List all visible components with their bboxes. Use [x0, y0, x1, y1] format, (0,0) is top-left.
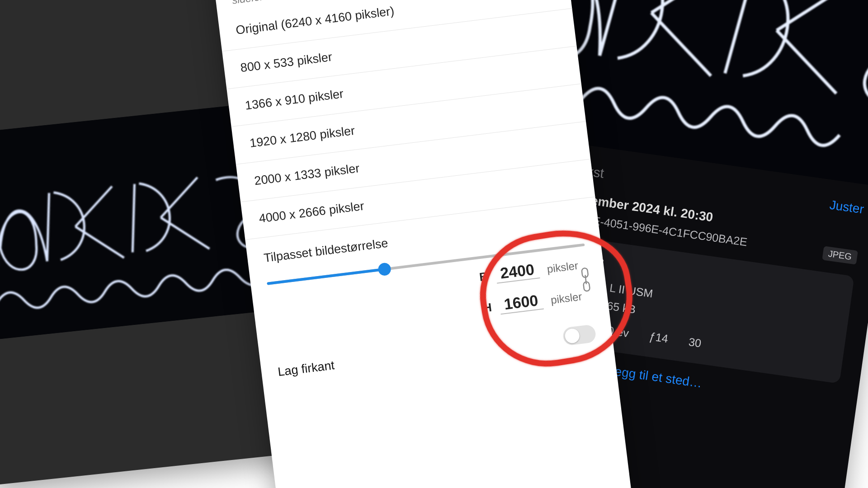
width-unit: piksler	[546, 259, 579, 276]
width-label: B	[474, 269, 489, 285]
adjust-button[interactable]: Juster	[829, 197, 865, 216]
height-unit: piksler	[550, 290, 583, 306]
height-input[interactable]: 1600	[499, 291, 544, 314]
width-input[interactable]: 2400	[495, 260, 540, 284]
resize-dialog: Endre bildestørrelse Velg ett av alterna…	[208, 0, 633, 488]
square-crop-toggle[interactable]	[562, 324, 596, 346]
file-type-badge: JPEG	[822, 246, 858, 264]
height-label: H	[477, 300, 493, 316]
exif-shutter: 30	[688, 333, 703, 352]
exif-aperture: ƒ14	[648, 327, 670, 347]
square-crop-label: Lag firkant	[277, 358, 335, 379]
